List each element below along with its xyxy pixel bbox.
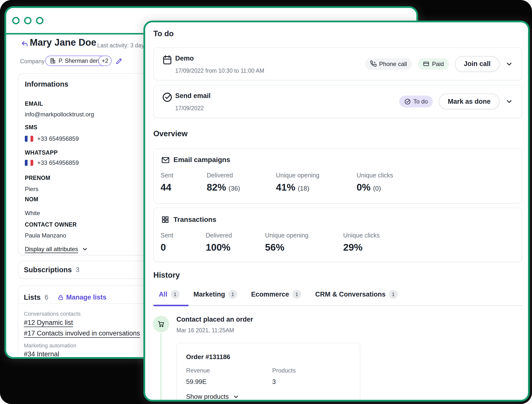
company-more-badge[interactable]: +2: [98, 56, 112, 66]
history-tabs: All 1 Marketing 1 Ecommerce 1 CRM & Conv…: [153, 290, 398, 299]
tab-crm-conversations[interactable]: CRM & Conversations 1: [315, 290, 398, 299]
window-dot: [12, 17, 20, 24]
tabs-divider: [153, 305, 522, 306]
tab-count: 1: [292, 290, 301, 299]
history-heading: History: [153, 271, 180, 280]
list-group-label: Marketing automation: [24, 342, 76, 349]
email-campaigns-card: Email campaigns Sent 44 Delivered 82%(36…: [153, 148, 522, 203]
stat-sent: Sent 0: [161, 232, 173, 253]
cart-icon: [157, 320, 165, 328]
todo-heading: To do: [153, 29, 174, 38]
stat-unique-opening: Unique opening 56%: [265, 232, 308, 253]
stat-sent: Sent 44: [161, 172, 174, 193]
company-label: Company: [20, 58, 44, 65]
stat-unique-clicks: Unique clicks 0%(0): [357, 172, 393, 193]
list-item-link[interactable]: #34 Internal: [24, 350, 59, 358]
lists-title: Lists: [24, 293, 41, 302]
task-actions: Phone call Paid Join call: [365, 56, 513, 72]
mark-as-done-button[interactable]: Mark as done: [439, 94, 499, 109]
timeline-event-icon: [153, 316, 169, 332]
sms-number: +33 654956859: [37, 135, 79, 142]
task-date: 17/09/2022 from 10:30 to 11:00 AM: [175, 67, 264, 74]
stat-delivered: Delivered 100%: [206, 232, 232, 253]
lock-icon: [57, 294, 64, 301]
attribute-value: Paula Manzano: [25, 232, 66, 239]
attribute-label: PRENOM: [25, 175, 50, 181]
task-card-demo: Demo 17/09/2022 from 10:30 to 11:00 AM P…: [153, 47, 522, 80]
revenue-value: 59.99E: [186, 378, 206, 386]
app-canvas: Mary Jane Doe Last activity: 3 days Comp…: [0, 0, 532, 404]
attribute-value: +33 654956859: [25, 159, 79, 166]
list-item-link[interactable]: #12 Dynamic list: [24, 319, 73, 327]
order-title: Order #131186: [186, 353, 230, 361]
event-title: Contact placed an order: [176, 316, 253, 323]
display-all-attributes-link[interactable]: Display all attributes: [25, 246, 88, 253]
chevron-down-icon[interactable]: [505, 98, 513, 105]
check-circle-icon: [162, 92, 173, 103]
chevron-down-icon[interactable]: [505, 60, 513, 68]
stat-delivered: Delivered 82%(36): [207, 172, 240, 193]
subscriptions-count: 3: [76, 266, 79, 274]
stat-unique-opening: Unique opening 41%(18): [276, 172, 319, 193]
attribute-value: Piers: [25, 186, 38, 193]
task-title: Send email: [175, 92, 211, 100]
show-products-toggle[interactable]: Show products: [186, 393, 239, 401]
edit-pencil-icon[interactable]: [115, 57, 123, 65]
back-icon[interactable]: [21, 40, 29, 49]
products-value: 3: [272, 378, 276, 386]
task-card-send-email: Send email 17/09/2022 To do Mark as done: [153, 85, 522, 118]
products-label: Products: [272, 367, 296, 374]
attribute-value: info@markpollocktrust.org: [25, 111, 94, 118]
window-dot: [36, 17, 43, 24]
attribute-value: +33 654956859: [25, 135, 79, 142]
phone-icon: [370, 61, 377, 67]
tab-ecommerce[interactable]: Ecommerce 1: [251, 290, 301, 299]
tab-marketing[interactable]: Marketing 1: [194, 290, 237, 299]
calendar-icon: [162, 54, 173, 65]
last-activity: Last activity: 3 days: [97, 42, 147, 49]
attribute-label: WHATSAPP: [25, 149, 58, 156]
tab-all[interactable]: All 1: [159, 290, 180, 299]
lists-header: Lists 6 Manage lists: [24, 293, 106, 302]
tab-count: 1: [228, 290, 237, 299]
phone-call-tag: Phone call: [365, 58, 412, 70]
check-circle-icon: [404, 98, 411, 105]
chevron-down-icon: [82, 246, 88, 252]
tab-count: 1: [389, 290, 398, 299]
card-title: Email campaigns: [173, 156, 230, 164]
credit-card-icon: [423, 61, 430, 67]
event-date: Mar 16 2021, 11:25AM: [176, 327, 234, 334]
window-dot: [24, 17, 32, 24]
task-title: Demo: [175, 55, 194, 62]
grid-icon: [161, 215, 169, 224]
attribute-label: CONTACT OWNER: [25, 221, 77, 228]
chevron-down-icon: [233, 394, 239, 400]
attribute-value: White: [25, 210, 40, 217]
transactions-card: Transactions Sent 0 Delivered 100% Uniqu…: [153, 207, 522, 262]
lists-count: 6: [45, 294, 48, 301]
mail-icon: [161, 156, 170, 165]
list-group-label: Conversations contacts: [24, 311, 81, 317]
join-call-button[interactable]: Join call: [455, 56, 499, 72]
task-actions: To do Mark as done: [399, 94, 513, 109]
timeline-line: [160, 333, 162, 402]
flag-france-icon: [25, 160, 33, 166]
tab-count: 1: [171, 290, 180, 299]
flag-france-icon: [25, 136, 33, 142]
order-card: Order #131186 Revenue 59.99E Products 3 …: [176, 343, 360, 402]
attribute-label: EMAIL: [25, 101, 43, 107]
attribute-label: SMS: [25, 124, 37, 131]
revenue-label: Revenue: [186, 367, 210, 374]
overview-heading: Overview: [153, 129, 188, 138]
building-icon: [50, 58, 56, 64]
informations-title: Informations: [25, 80, 68, 88]
list-item-link[interactable]: #17 Contacts involved in conversations: [24, 330, 140, 337]
subscriptions-title: Subscriptions: [24, 266, 72, 274]
manage-lists-link[interactable]: Manage lists: [57, 294, 106, 301]
attribute-label: NOM: [25, 196, 38, 203]
whatsapp-number: +33 654956859: [37, 159, 79, 166]
active-tab-indicator: [153, 305, 189, 306]
task-date: 17/09/2022: [175, 105, 204, 112]
stat-unique-clicks: Unique clicks 29%: [343, 232, 380, 253]
activity-window: To do Demo 17/09/2022 from 10:30 to 11:0…: [143, 21, 530, 402]
